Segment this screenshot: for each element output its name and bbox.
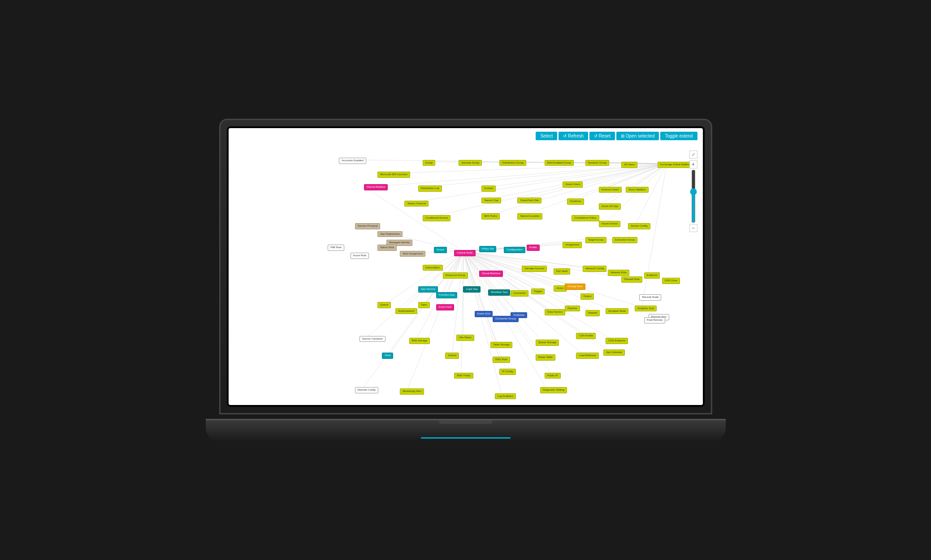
svg-line-22 bbox=[578, 164, 666, 217]
zoom-slider[interactable] bbox=[690, 169, 697, 223]
svg-line-4 bbox=[504, 162, 667, 164]
zoom-in-button[interactable]: + bbox=[689, 160, 697, 168]
svg-line-42 bbox=[463, 251, 628, 278]
laptop-container: Select ↺ Refresh ↺ Reset ⊞ Open selected… bbox=[219, 119, 712, 441]
svg-line-9 bbox=[427, 164, 667, 186]
svg-line-75 bbox=[463, 251, 542, 356]
svg-line-63 bbox=[641, 164, 666, 307]
svg-line-72 bbox=[389, 251, 463, 354]
svg-line-44 bbox=[443, 251, 463, 293]
open-selected-button[interactable]: ⊞ Open selected bbox=[616, 132, 659, 140]
svg-line-19 bbox=[429, 164, 667, 217]
svg-line-16 bbox=[524, 164, 666, 199]
svg-line-8 bbox=[373, 164, 667, 186]
svg-line-70 bbox=[463, 251, 583, 335]
svg-line-23 bbox=[606, 164, 667, 223]
zoom-out-button[interactable]: − bbox=[689, 224, 697, 232]
svg-line-80 bbox=[463, 251, 551, 375]
svg-line-51 bbox=[463, 251, 587, 295]
svg-line-69 bbox=[463, 251, 542, 341]
svg-line-71 bbox=[463, 251, 612, 340]
svg-line-66 bbox=[416, 251, 463, 340]
svg-line-25 bbox=[364, 187, 463, 252]
svg-line-38 bbox=[463, 251, 528, 267]
screen-bezel: Select ↺ Refresh ↺ Reset ⊞ Open selected… bbox=[227, 126, 705, 407]
svg-line-62 bbox=[463, 251, 612, 310]
svg-line-28 bbox=[436, 249, 463, 251]
laptop-base bbox=[206, 419, 726, 441]
refresh-button[interactable]: ↺ Refresh bbox=[559, 132, 588, 140]
svg-line-57 bbox=[463, 251, 499, 318]
graph-svg bbox=[229, 128, 703, 405]
svg-line-14 bbox=[411, 164, 667, 202]
svg-line-76 bbox=[463, 251, 583, 354]
svg-line-26 bbox=[386, 233, 463, 251]
laptop-hinge bbox=[439, 420, 493, 424]
svg-line-21 bbox=[524, 164, 666, 215]
svg-line-34 bbox=[463, 239, 617, 251]
svg-line-54 bbox=[402, 251, 463, 310]
svg-line-24 bbox=[635, 164, 667, 225]
svg-line-60 bbox=[463, 251, 572, 307]
svg-line-39 bbox=[463, 251, 560, 270]
svg-line-32 bbox=[463, 244, 569, 252]
svg-line-77 bbox=[463, 251, 610, 351]
laptop-lid: Select ↺ Refresh ↺ Reset ⊞ Open selected… bbox=[219, 119, 712, 414]
svg-line-82 bbox=[407, 251, 463, 390]
bottom-indicator-light bbox=[421, 437, 511, 439]
svg-line-65 bbox=[366, 251, 463, 337]
svg-line-79 bbox=[463, 251, 506, 370]
toggle-extend-button[interactable]: Toggle extend bbox=[660, 132, 697, 140]
screen: Select ↺ Refresh ↺ Reset ⊞ Open selected… bbox=[229, 128, 703, 405]
svg-line-17 bbox=[574, 164, 667, 200]
toolbar: Select ↺ Refresh ↺ Reset ⊞ Open selected… bbox=[536, 132, 697, 140]
expand-icon[interactable]: ⤢ bbox=[689, 151, 697, 159]
svg-line-1 bbox=[382, 164, 667, 173]
select-button[interactable]: Select bbox=[536, 132, 557, 140]
graph-edges bbox=[348, 160, 667, 395]
svg-line-20 bbox=[488, 164, 667, 215]
svg-line-81 bbox=[362, 251, 463, 389]
svg-line-52 bbox=[384, 251, 463, 304]
svg-line-27 bbox=[409, 251, 463, 253]
reset-button[interactable]: ↺ Reset bbox=[589, 132, 615, 140]
svg-line-49 bbox=[463, 251, 560, 287]
svg-line-64 bbox=[463, 251, 641, 307]
svg-line-10 bbox=[490, 164, 667, 186]
svg-line-61 bbox=[463, 251, 592, 312]
zoom-slider-container bbox=[690, 169, 697, 223]
svg-line-33 bbox=[463, 239, 589, 251]
zoom-controls: ⤢ + − bbox=[689, 151, 697, 232]
svg-line-84 bbox=[463, 251, 546, 389]
svg-line-83 bbox=[463, 251, 502, 395]
